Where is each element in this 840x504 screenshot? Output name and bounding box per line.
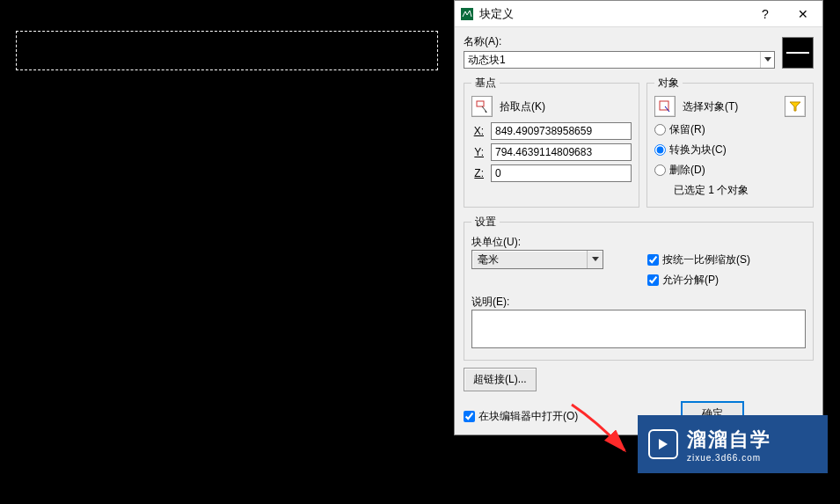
dialog-title: 块定义 xyxy=(479,6,748,22)
radio-convert-label: 转换为块(C) xyxy=(669,142,727,157)
base-point-group: 基点 拾取点(K) X: Y: Z: xyxy=(464,76,639,208)
filter-icon xyxy=(788,99,802,113)
hyperlink-button[interactable]: 超链接(L)... xyxy=(464,368,537,391)
x-label: X: xyxy=(471,125,484,137)
titlebar-close-button[interactable]: ✕ xyxy=(783,1,822,27)
radio-delete-row[interactable]: 删除(D) xyxy=(654,163,806,178)
description-textarea[interactable] xyxy=(471,310,806,348)
radio-retain-row[interactable]: 保留(R) xyxy=(654,122,806,137)
unit-dropdown-arrow[interactable] xyxy=(587,251,603,268)
app-icon xyxy=(460,7,474,21)
radio-delete-label: 删除(D) xyxy=(669,163,705,178)
name-dropdown-arrow[interactable] xyxy=(760,52,774,68)
description-label: 说明(E): xyxy=(471,295,806,310)
chevron-down-icon xyxy=(592,257,599,262)
radio-convert[interactable] xyxy=(654,144,666,156)
objects-group: 对象 选择对象(T) 保留(R) 转换为块(C) xyxy=(646,76,814,208)
watermark-brand: 溜溜自学 xyxy=(687,427,771,453)
block-definition-dialog: 块定义 ? ✕ 名称(A): 基点 xyxy=(454,0,823,435)
allow-explode-label: 允许分解(P) xyxy=(662,273,719,288)
pick-point-icon xyxy=(475,99,489,113)
x-input[interactable] xyxy=(491,122,632,140)
svg-rect-1 xyxy=(477,101,484,106)
quick-select-button[interactable] xyxy=(785,96,806,117)
radio-convert-row[interactable]: 转换为块(C) xyxy=(654,142,806,157)
pick-point-button[interactable] xyxy=(471,96,493,117)
watermark-play-icon xyxy=(648,429,678,459)
z-input[interactable] xyxy=(491,164,632,182)
settings-legend: 设置 xyxy=(471,215,500,230)
select-objects-icon xyxy=(658,99,672,113)
allow-explode-row[interactable]: 允许分解(P) xyxy=(647,273,806,288)
uniform-scale-checkbox[interactable] xyxy=(647,254,659,266)
uniform-scale-row[interactable]: 按统一比例缩放(S) xyxy=(647,252,806,267)
unit-label: 块单位(U): xyxy=(471,235,630,250)
name-combobox[interactable] xyxy=(464,51,775,69)
unit-combobox[interactable]: 毫米 xyxy=(471,250,603,269)
objects-status: 已选定 1 个对象 xyxy=(674,183,806,198)
open-in-editor-label: 在块编辑器中打开(O) xyxy=(478,409,578,424)
allow-explode-checkbox[interactable] xyxy=(647,274,659,286)
dialog-body: 名称(A): 基点 拾取点(K) xyxy=(455,27,822,435)
canvas-selection-rect xyxy=(16,31,438,70)
base-point-legend: 基点 xyxy=(471,76,500,91)
name-input[interactable] xyxy=(464,52,760,68)
open-in-editor-checkbox[interactable] xyxy=(464,411,475,422)
select-objects-button[interactable] xyxy=(654,96,676,117)
titlebar: 块定义 ? ✕ xyxy=(455,1,822,27)
uniform-scale-label: 按统一比例缩放(S) xyxy=(662,252,750,267)
y-label: Y: xyxy=(471,146,484,158)
objects-legend: 对象 xyxy=(654,76,683,91)
radio-delete[interactable] xyxy=(654,164,666,176)
pick-point-label: 拾取点(K) xyxy=(500,99,545,114)
block-preview-thumbnail xyxy=(782,37,814,69)
watermark-url: zixue.3d66.com xyxy=(687,453,771,463)
z-label: Z: xyxy=(471,167,484,179)
unit-value: 毫米 xyxy=(472,252,587,267)
settings-group: 设置 块单位(U): 毫米 按统一比例缩放(S) xyxy=(464,215,814,361)
y-input[interactable] xyxy=(491,143,632,161)
titlebar-help-button[interactable]: ? xyxy=(748,1,783,27)
open-in-editor-row[interactable]: 在块编辑器中打开(O) xyxy=(464,409,578,424)
radio-retain[interactable] xyxy=(654,124,666,135)
name-label: 名称(A): xyxy=(464,34,775,49)
radio-retain-label: 保留(R) xyxy=(669,122,705,137)
select-objects-label: 选择对象(T) xyxy=(683,99,778,114)
watermark-overlay: 溜溜自学 zixue.3d66.com xyxy=(638,415,828,473)
chevron-down-icon xyxy=(764,57,771,62)
